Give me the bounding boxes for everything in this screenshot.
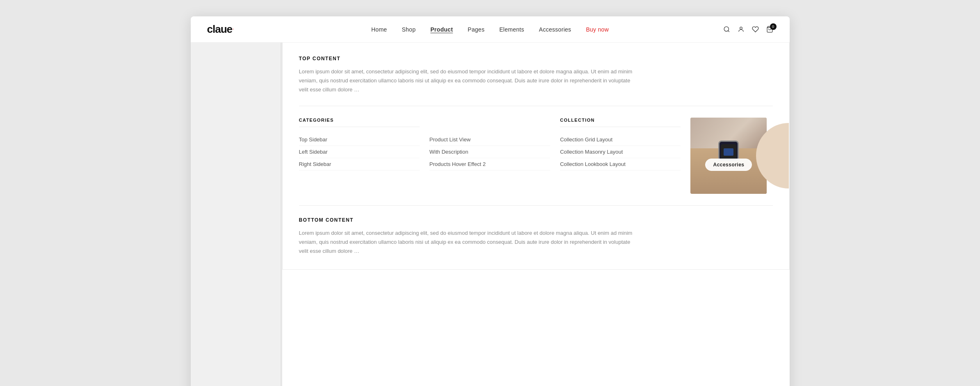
heart-icon [752,26,759,33]
svg-point-0 [724,27,729,31]
menu-with-description[interactable]: With Description [429,146,550,158]
divider-top [299,106,773,106]
nav-pages[interactable]: Pages [468,26,484,33]
browser-window: claue· Home Shop Product Pages Elements … [191,16,790,386]
menu-collection-grid[interactable]: Collection Grid Layout [560,134,681,146]
bottom-content-title: BOTTOM CONTENT [299,217,773,223]
bottom-content-text: Lorem ipsum dolor sit amet, consectetur … [299,229,635,256]
main-nav: Home Shop Product Pages Elements Accesso… [371,26,609,33]
top-content-text: Lorem ipsum dolor sit amet, consectetur … [299,67,635,94]
nav-accessories[interactable]: Accessories [539,26,571,33]
categories-col: CATEGORIES Top Sidebar Left Sidebar Righ… [299,118,429,194]
search-button[interactable] [723,26,730,33]
cart-count: 0 [770,23,777,30]
menu-top-sidebar[interactable]: Top Sidebar [299,134,420,146]
svg-point-2 [740,27,742,30]
cart-button[interactable]: 0 [766,26,773,33]
divider-bottom [299,205,773,206]
collection-header: COLLECTION [560,118,681,127]
menu-right-sidebar[interactable]: Right Sidebar [299,158,420,170]
nav-product[interactable]: Product [430,26,453,33]
nav-buy-now[interactable]: Buy now [586,26,609,33]
logo[interactable]: claue· [207,23,233,36]
menu-left-sidebar[interactable]: Left Sidebar [299,146,420,158]
collection-col: COLLECTION Collection Grid Layout Collec… [560,118,690,194]
product-col: _ Product List View With Description Pro… [429,118,560,194]
menu-image-col: Accessories [690,118,772,194]
menu-collection-masonry[interactable]: Collection Masonry Layout [560,146,681,158]
header-icons: 0 [723,26,773,33]
dropdown-panel: TOP CONTENT Lorem ipsum dolor sit amet, … [282,43,790,270]
categories-header: CATEGORIES [299,118,420,127]
logo-dot: · [233,27,233,32]
watch-photo: Accessories [690,118,767,194]
account-button[interactable] [738,26,745,33]
wishlist-button[interactable] [752,26,759,33]
header: claue· Home Shop Product Pages Elements … [191,16,790,43]
menu-collection-lookbook[interactable]: Collection Lookbook Layout [560,158,681,170]
nav-elements[interactable]: Elements [499,26,524,33]
sidebar-left [191,43,281,386]
menu-products-hover-effect[interactable]: Products Hover Effect 2 [429,158,550,170]
main-content: TOP CONTENT Lorem ipsum dolor sit amet, … [191,43,790,386]
menu-product-list-view[interactable]: Product List View [429,134,550,146]
svg-line-1 [728,31,729,32]
nav-home[interactable]: Home [371,26,387,33]
search-icon [723,26,730,33]
image-badge[interactable]: Accessories [705,159,752,171]
bottom-section: BOTTOM CONTENT Lorem ipsum dolor sit ame… [299,217,773,256]
menu-image[interactable]: Accessories [690,118,767,194]
top-content-title: TOP CONTENT [299,56,773,61]
logo-text: claue [207,23,233,36]
nav-shop[interactable]: Shop [402,26,416,33]
menu-grid: CATEGORIES Top Sidebar Left Sidebar Righ… [299,118,773,194]
account-icon [738,26,745,33]
